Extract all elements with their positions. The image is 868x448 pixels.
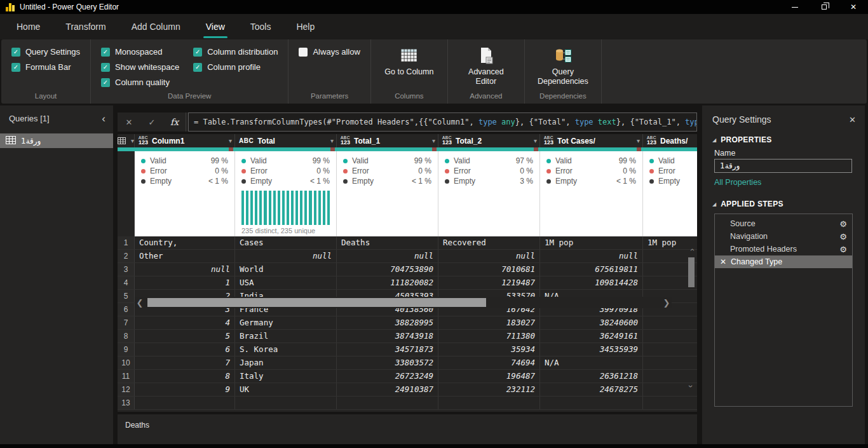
row-number[interactable]: 6 [118, 303, 135, 316]
cell[interactable]: 232112 [438, 383, 540, 396]
row-number[interactable]: 2 [118, 250, 135, 262]
filter-dropdown-icon[interactable]: ▾ [534, 137, 537, 144]
cell[interactable]: S. Korea [235, 343, 337, 356]
row-number[interactable]: 8 [118, 330, 135, 343]
filter-dropdown-icon[interactable]: ▾ [637, 137, 640, 144]
horizontal-scroll-thumb[interactable] [147, 298, 486, 307]
formula-commit-button[interactable]: ✓ [140, 112, 163, 132]
cell[interactable]: 33803572 [337, 356, 438, 369]
tab-view[interactable]: View [205, 18, 226, 36]
cell[interactable] [540, 397, 643, 409]
tab-tools[interactable]: Tools [249, 18, 273, 36]
cell[interactable]: 7 [135, 356, 235, 369]
row-number[interactable]: 13 [118, 397, 135, 409]
row-number[interactable]: 1 [118, 236, 135, 249]
cell[interactable]: Cases [235, 236, 337, 249]
cell[interactable]: null [438, 250, 540, 262]
cell[interactable]: 109814428 [540, 276, 643, 289]
minimize-button[interactable] [780, 0, 810, 14]
step-changed-type[interactable]: ✕Changed Type [715, 255, 852, 268]
checkbox-monospaced[interactable]: ✓Monospaced [101, 47, 179, 57]
all-properties-link[interactable]: All Properties [714, 178, 761, 187]
tab-help[interactable]: Help [295, 18, 316, 36]
close-button[interactable]: ✕ [839, 0, 868, 14]
cell[interactable]: 1 [135, 276, 235, 289]
step-settings-gear-icon[interactable]: ⚙ [839, 233, 847, 241]
collapse-pane-icon[interactable]: ‹ [102, 116, 105, 122]
tab-add-column[interactable]: Add Column [130, 18, 182, 36]
cell[interactable]: 24678275 [540, 383, 643, 396]
filter-dropdown-icon[interactable]: ▾ [229, 137, 232, 144]
row-number[interactable]: 12 [118, 383, 135, 396]
cell[interactable]: 38240600 [540, 316, 643, 329]
cell[interactable]: 1219487 [438, 276, 540, 289]
cell[interactable]: 183027 [438, 316, 540, 329]
cell[interactable]: 1M pop [540, 236, 643, 249]
column-header-total-2[interactable]: ABC123Total_2▾ [438, 134, 540, 147]
column-header-total[interactable]: ABCABCTotal▾ [235, 134, 337, 147]
step-settings-gear-icon[interactable]: ⚙ [839, 245, 847, 254]
cell[interactable] [235, 397, 337, 409]
cell[interactable]: Brazil [235, 330, 337, 343]
cell[interactable]: 35934 [438, 343, 540, 356]
formula-input[interactable]: = Table.TransformColumnTypes(#"Promoted … [188, 112, 697, 132]
cell[interactable]: null [235, 250, 337, 262]
cell[interactable]: 111820082 [337, 276, 438, 289]
properties-section-header[interactable]: ◢ PROPERTIES [707, 135, 772, 144]
cell[interactable]: Germany [235, 316, 337, 329]
cell[interactable]: Italy [235, 370, 337, 383]
cell[interactable]: 711380 [438, 330, 540, 343]
cell[interactable] [438, 397, 540, 409]
delete-step-icon[interactable]: ✕ [720, 257, 726, 266]
row-number[interactable]: 3 [118, 263, 135, 276]
cell[interactable]: Country, [135, 236, 235, 249]
row-number[interactable]: 4 [118, 276, 135, 289]
cell[interactable]: 196487 [438, 370, 540, 383]
scroll-up-icon[interactable]: › [686, 245, 696, 255]
cell[interactable]: 4 [135, 316, 235, 329]
checkbox-formula-bar[interactable]: ✓Formula Bar [11, 62, 80, 72]
cell[interactable]: World [235, 263, 337, 276]
cell[interactable]: 34535939 [540, 343, 643, 356]
query-item-1[interactable]: ورقة1 [0, 133, 113, 148]
applied-steps-section-header[interactable]: ◢ APPLIED STEPS [707, 200, 783, 208]
cell[interactable]: Other [135, 250, 235, 262]
row-number[interactable]: 5 [118, 290, 135, 302]
checkbox-show-whitespace[interactable]: ✓Show whitespace [101, 62, 179, 72]
step-settings-gear-icon[interactable]: ⚙ [839, 220, 847, 228]
cell[interactable]: null [337, 250, 438, 262]
button-advanced-editor[interactable]: Advanced Editor [458, 47, 514, 92]
step-navigation[interactable]: Navigation⚙ [715, 230, 852, 243]
filter-dropdown-icon[interactable]: ▾ [432, 137, 435, 144]
vertical-scrollbar[interactable]: › › [686, 245, 696, 391]
checkbox-column-profile[interactable]: ✓Column profile [193, 62, 278, 72]
value-distribution-histogram[interactable] [241, 191, 330, 225]
cell[interactable]: 5 [135, 330, 235, 343]
row-number[interactable]: 7 [118, 316, 135, 329]
cell[interactable]: 8 [135, 370, 235, 383]
cell[interactable]: 24910387 [337, 383, 438, 396]
row-number[interactable]: 9 [118, 343, 135, 356]
checkbox-column-quality[interactable]: ✓Column quality [101, 78, 179, 87]
horizontal-scrollbar[interactable]: ❮ ❯ [135, 297, 672, 308]
cell[interactable]: 704753890 [337, 263, 438, 276]
cell[interactable]: 6 [135, 343, 235, 356]
cell[interactable]: 9 [135, 383, 235, 396]
cell[interactable]: Deaths [337, 236, 438, 249]
cell[interactable]: 74694 [438, 356, 540, 369]
row-number[interactable]: 11 [118, 370, 135, 383]
restore-button[interactable] [810, 0, 839, 14]
tab-transform[interactable]: Transform [64, 18, 107, 36]
column-header-column1[interactable]: ABC123Column1▾ [135, 134, 235, 147]
step-promoted-headers[interactable]: Promoted Headers⚙ [715, 243, 852, 255]
cell[interactable]: Recovered [438, 236, 540, 249]
close-settings-icon[interactable]: ✕ [849, 115, 856, 125]
cell[interactable]: USA [235, 276, 337, 289]
cell[interactable]: null [135, 263, 235, 276]
column-header-tot-cases[interactable]: ABC123Tot Cases/▾ [540, 134, 643, 147]
scroll-left-icon[interactable]: ❮ [135, 297, 145, 308]
cell[interactable]: 34571873 [337, 343, 438, 356]
vertical-scroll-thumb[interactable] [688, 257, 695, 287]
cell[interactable]: 38828995 [337, 316, 438, 329]
row-number[interactable]: 10 [118, 356, 135, 369]
